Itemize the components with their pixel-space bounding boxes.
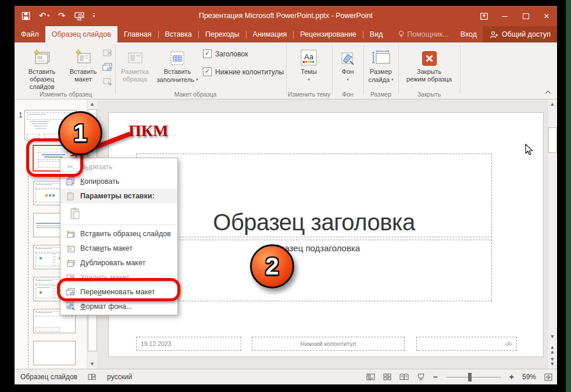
next-slide-icon[interactable]: ▼▼ <box>548 357 557 366</box>
menu-item-insert-slide-master[interactable]: Вставить образец слайдов <box>60 226 177 241</box>
slide-size-button[interactable]: Размер слайда▾ <box>365 45 397 84</box>
paste-options-header: Параметры вставки: <box>60 188 177 204</box>
paste-option-button[interactable] <box>60 204 177 223</box>
menu-item-duplicate-layout[interactable]: Дублировать макет <box>60 255 177 270</box>
tab-slide-master[interactable]: Образец слайдов <box>45 26 117 42</box>
preserve-master-icon[interactable] <box>101 76 114 88</box>
svg-text:Aa: Aa <box>304 52 314 61</box>
checkbox-checked: ✓ <box>203 67 212 76</box>
zoom-slider[interactable] <box>446 377 501 377</box>
group-label: Фон <box>333 91 363 98</box>
footers-checkbox[interactable]: ✓ Нижние колонтитулы <box>203 67 284 76</box>
canvas-scrollbar[interactable]: ▲ ▼ ▲▲ ▼▼ <box>547 99 557 369</box>
rename-layout-icon <box>63 288 77 296</box>
dropdown-caret: ▾ <box>308 76 310 84</box>
dropdown-caret: ▾ <box>196 76 198 84</box>
slide-subtitle-text: Образец подзаголовка <box>268 243 360 253</box>
insert-placeholder-icon <box>169 45 185 68</box>
dropdown-caret: ▾ <box>391 76 394 84</box>
slide-number-placeholder[interactable]: ‹#› <box>416 337 517 351</box>
tab-home[interactable]: Главная <box>117 26 158 42</box>
status-language[interactable]: русский <box>107 373 132 381</box>
slide-size-icon <box>371 45 391 68</box>
menu-item-rename-layout[interactable]: Переименовать макет <box>60 284 177 299</box>
tab-transitions[interactable]: Переходы <box>199 26 246 42</box>
insert-slide-master-icon <box>63 230 77 238</box>
slide-title-text: Образец заголовка <box>213 209 415 236</box>
menu-item-label: Копировать <box>80 177 119 186</box>
previous-slide-icon[interactable]: ▲▲ <box>548 345 557 354</box>
delete-master-icon[interactable] <box>101 47 114 59</box>
title-checkbox[interactable]: ✓ Заголовок <box>203 49 248 58</box>
insert-placeholder-button[interactable]: Вставить заполнитель▾ <box>154 45 201 84</box>
maximize-button[interactable] <box>515 6 536 26</box>
insert-layout-button[interactable]: Вставить макет <box>67 45 99 83</box>
menu-item-format-background[interactable]: Формат фона... <box>60 299 177 313</box>
zoom-out-button[interactable]: − <box>433 372 438 382</box>
status-view-mode: Образец слайдов <box>20 373 77 381</box>
background-button[interactable]: Фон ▾ <box>335 45 361 84</box>
menu-item-label: Удалить макет <box>80 273 130 281</box>
menu-separator <box>62 224 176 225</box>
zoom-level[interactable]: 59% <box>522 373 536 381</box>
ribbon-display-options-icon[interactable] <box>473 6 494 26</box>
copy-icon <box>63 177 77 186</box>
reading-view-icon[interactable] <box>399 373 409 380</box>
footer-placeholder[interactable]: Нижний колонтитул <box>252 337 405 351</box>
lightbulb-icon <box>398 30 404 38</box>
title-bar: ↶▾ ↷ ▾ Презентация Microsoft PowerPoint.… <box>15 6 557 26</box>
spell-check-icon[interactable] <box>88 373 97 381</box>
tab-animations[interactable]: Анимация <box>247 26 294 42</box>
date-placeholder[interactable]: 19.12.2023 <box>136 337 241 351</box>
close-button[interactable]: ✕ <box>536 6 557 26</box>
master-layout-icon <box>126 45 144 68</box>
paste-options-label: Параметры вставки: <box>80 192 155 200</box>
fit-to-window-icon[interactable] <box>544 373 552 381</box>
insert-slide-master-icon <box>33 45 51 68</box>
minimize-button[interactable] <box>494 6 515 26</box>
paste-clipboard-icon <box>68 207 82 220</box>
tell-me-assistant[interactable]: Помощник... <box>393 30 454 38</box>
slide-sorter-icon[interactable] <box>383 373 391 380</box>
scroll-up-icon[interactable]: ▲ <box>87 99 97 109</box>
close-master-view-button[interactable]: Закрыть режим образца <box>402 45 456 83</box>
ribbon: Вставить образец слайдов Вставить макет <box>15 42 557 99</box>
checkbox-checked: ✓ <box>203 49 212 58</box>
title-placeholder[interactable]: Образец заголовка <box>136 154 492 237</box>
zoom-slider-thumb[interactable] <box>468 373 472 382</box>
context-menu: ✂ Вырезать Копировать Параметры вставки:… <box>60 158 178 315</box>
paste-icon <box>63 192 77 201</box>
menu-item-label: Вставить образец слайдов <box>80 230 171 238</box>
insert-layout-icon <box>63 244 77 252</box>
master-number: 1 <box>19 111 23 119</box>
scroll-down-icon[interactable]: ▼ <box>548 332 557 341</box>
insert-slide-master-button[interactable]: Вставить образец слайдов <box>19 45 65 91</box>
themes-button[interactable]: Aa Темы ▾ <box>292 45 325 84</box>
tab-insert[interactable]: Вставка <box>159 26 198 42</box>
delete-layout-icon <box>63 273 77 281</box>
thumbnail-slide-master[interactable] <box>24 110 77 140</box>
zoom-in-button[interactable]: + <box>509 372 514 382</box>
thumbnail-layout-7[interactable] <box>33 341 76 365</box>
menu-item-label: Формат фона... <box>80 302 132 311</box>
master-layout-button[interactable]: Разметка образца <box>118 45 152 83</box>
menu-item-delete-layout[interactable]: Удалить макет <box>60 270 177 284</box>
slideshow-view-icon[interactable] <box>417 373 425 380</box>
normal-view-icon[interactable] <box>366 373 375 380</box>
menu-item-insert-layout[interactable]: Вставить макет <box>60 241 177 255</box>
sign-in-button[interactable]: Вход <box>454 26 483 42</box>
scrollbar-thumb[interactable] <box>548 127 557 153</box>
menu-item-label: Дублировать макет <box>80 259 145 267</box>
menu-item-copy[interactable]: Копировать <box>60 174 177 188</box>
insert-layout-icon <box>74 45 92 68</box>
collapse-ribbon-button[interactable] <box>545 86 551 97</box>
tab-view[interactable]: Вид <box>363 26 390 42</box>
rename-master-icon[interactable] <box>101 61 114 73</box>
tab-file[interactable]: Файл <box>15 26 45 42</box>
subtitle-placeholder[interactable]: Образец подзаголовка <box>136 240 492 301</box>
tab-review[interactable]: Рецензирование <box>294 26 363 42</box>
scroll-up-icon[interactable]: ▲ <box>548 99 557 109</box>
scroll-down-icon[interactable]: ▼ <box>87 359 97 369</box>
menu-item-cut[interactable]: ✂ Вырезать <box>60 159 177 174</box>
share-button[interactable]: Общий доступ <box>483 26 557 42</box>
